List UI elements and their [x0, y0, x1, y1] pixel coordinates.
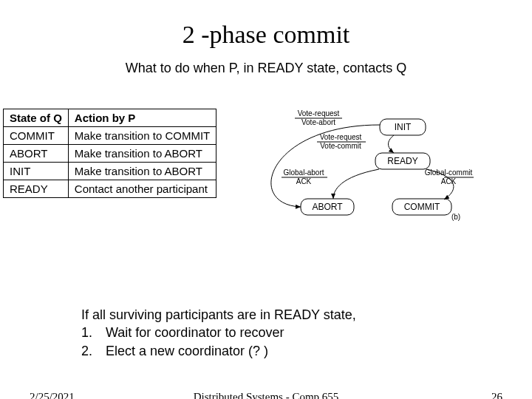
footer-bar: 2/25/2021 Distributed Systems - Comp 655… — [0, 391, 532, 399]
edge-ready-commit-label2: ACK — [441, 177, 457, 185]
table-cell-state: COMMIT — [4, 127, 69, 145]
state-init-label: INIT — [395, 122, 412, 132]
notes-block: If all surviving participants are in REA… — [81, 306, 356, 360]
action-table: State of Q Action by P COMMIT Make trans… — [3, 109, 216, 198]
diagram-sub-label: (b) — [451, 213, 460, 221]
table-row: COMMIT Make transition to COMMIT — [4, 127, 216, 145]
edge-ready-abort-label2: ACK — [296, 177, 312, 185]
content-row: State of Q Action by P COMMIT Make trans… — [0, 109, 532, 237]
slide-subtitle: What to do when P, in READY state, conta… — [0, 61, 532, 76]
state-diagram: INIT READY ABORT COMMIT Vote-request Vot… — [222, 109, 474, 234]
table-cell-action: Make transition to ABORT — [68, 163, 216, 180]
edge-init-abort-label2: Vote-abort — [301, 118, 335, 126]
table-cell-state: INIT — [4, 163, 69, 180]
state-ready-label: READY — [388, 156, 418, 166]
table-cell-action: Make transition to COMMIT — [68, 127, 216, 145]
table-row: INIT Make transition to ABORT — [4, 163, 216, 180]
footer-course: Distributed Systems - Comp 655 — [194, 391, 339, 399]
edge-ready-abort — [333, 169, 379, 199]
table-header-row: State of Q Action by P — [4, 109, 216, 127]
edge-init-ready — [389, 135, 395, 153]
notes-line-1: If all surviving participants are in REA… — [81, 306, 356, 324]
table-cell-action: Make transition to ABORT — [68, 145, 216, 163]
slide-title: 2 -phase commit — [0, 21, 532, 49]
table-cell-action: Contact another participant — [68, 180, 216, 198]
table-header-action: Action by P — [68, 109, 216, 127]
table-cell-state: ABORT — [4, 145, 69, 163]
state-diagram-container: INIT READY ABORT COMMIT Vote-request Vot… — [222, 109, 529, 237]
notes-line-2: 1. Wait for coordinator to recover — [81, 324, 356, 341]
notes-line-3: 2. Elect a new coordinator (? ) — [81, 342, 356, 360]
table-cell-state: READY — [4, 180, 69, 198]
state-abort-label: ABORT — [313, 202, 344, 212]
footer-page: 26 — [491, 391, 502, 399]
edge-ready-abort-label1: Global-abort — [284, 168, 324, 177]
table-row: ABORT Make transition to ABORT — [4, 145, 216, 163]
table-header-state: State of Q — [4, 109, 69, 127]
table-row: READY Contact another participant — [4, 180, 216, 198]
edge-init-ready-label2: Vote-commit — [320, 142, 361, 150]
edge-init-abort-label1: Vote-request — [298, 109, 340, 117]
edge-ready-commit-label1: Global-commit — [425, 168, 473, 177]
edge-init-ready-label1: Vote-request — [320, 133, 362, 141]
slide: 2 -phase commit What to do when P, in RE… — [0, 21, 532, 399]
state-commit-label: COMMIT — [404, 202, 440, 212]
footer-date: 2/25/2021 — [30, 391, 75, 399]
